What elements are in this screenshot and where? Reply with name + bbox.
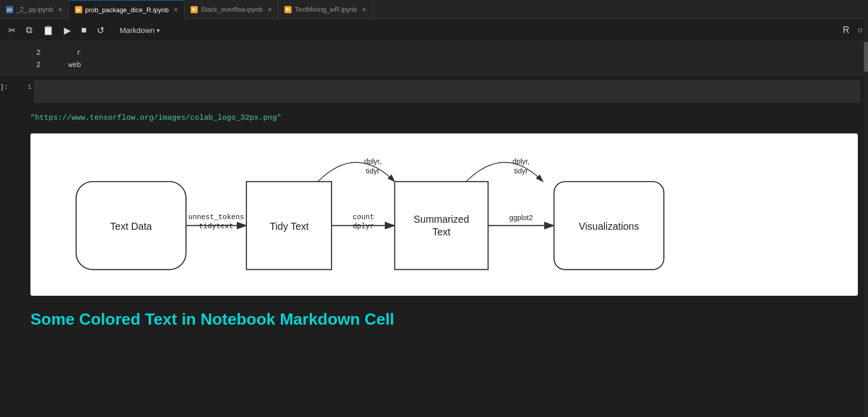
url-output: "https://www.tensorflow.org/images/colab… — [0, 107, 868, 129]
svg-text:count: count — [353, 213, 374, 221]
svg-text:unnest_tokens: unnest_tokens — [189, 213, 244, 221]
cell-input[interactable] — [34, 80, 860, 102]
tab-label: _2_.py.ipynb — [16, 6, 53, 13]
run-button[interactable]: ▶ — [61, 23, 74, 38]
scroll-thumb[interactable] — [864, 42, 868, 72]
tab-textmining[interactable]: ▶ TextMining_wR.ipynb × — [278, 0, 373, 19]
tab-bar: py _2_.py.ipynb × ▶ prob_package_dice_R.… — [0, 0, 868, 19]
scrollbar[interactable] — [864, 0, 868, 417]
table-row: 2 r — [30, 47, 91, 59]
notebook-icon-2: ▶ — [191, 6, 198, 13]
markdown-heading: Some Colored Text in Notebook Markdown C… — [0, 300, 868, 334]
diagram-container: Text Data unnest_tokens tidytext Tidy Te… — [30, 133, 858, 296]
cut-button[interactable]: ✂ — [5, 23, 19, 38]
r-indicator: R — [843, 25, 849, 36]
tab-stack-overflow[interactable]: ▶ Stack_overflow.ipynb × — [185, 0, 278, 19]
restart-button[interactable]: ↺ — [94, 23, 107, 38]
table-row: 2 web — [30, 59, 91, 71]
cell-col1-1: 2 — [30, 59, 51, 71]
tab-close-1[interactable]: × — [174, 6, 178, 14]
heading-text: Some Colored Text in Notebook Markdown C… — [30, 310, 858, 329]
chevron-down-icon: ▾ — [157, 27, 160, 34]
tab-label-2: Stack_overflow.ipynb — [201, 6, 263, 13]
svg-text:dplyr,: dplyr, — [364, 157, 381, 165]
svg-text:Tidy Text: Tidy Text — [270, 221, 309, 232]
url-link[interactable]: "https://www.tensorflow.org/images/colab… — [30, 114, 281, 122]
cell-row: ]: 1 — [0, 76, 868, 107]
cell-col2-1: web — [51, 59, 91, 71]
py-icon: py — [6, 6, 13, 13]
svg-text:dplyr: dplyr — [353, 222, 374, 230]
output-table: 2 r 2 web — [30, 47, 91, 71]
cell-col2-0: r — [51, 47, 91, 59]
notebook-content: 2 r 2 web ]: 1 "https://www.tensorflow.o… — [0, 42, 868, 334]
tab-close-2[interactable]: × — [268, 6, 272, 14]
notebook-icon-3: ▶ — [284, 6, 292, 13]
table-output-area: 2 r 2 web — [0, 42, 868, 76]
svg-text:dplyr,: dplyr, — [513, 157, 530, 165]
cell-number: 1 — [18, 76, 34, 107]
tab-label-3: TextMining_wR.ipynb — [295, 6, 357, 13]
svg-text:Visualizations: Visualizations — [579, 221, 639, 232]
paste-button[interactable]: 📋 — [40, 23, 57, 38]
svg-text:tidytext: tidytext — [199, 222, 234, 230]
tab-prob-package[interactable]: ▶ prob_package_dice_R.ipynb × — [69, 0, 185, 19]
svg-rect-12 — [395, 182, 488, 269]
mode-label: Markdown — [120, 26, 155, 34]
cell-col1-0: 2 — [30, 47, 51, 59]
stop-button[interactable]: ■ — [78, 23, 90, 38]
diagram-wrapper: Text Data unnest_tokens tidytext Tidy Te… — [0, 133, 868, 296]
copy-button[interactable]: ⧉ — [23, 23, 35, 38]
svg-text:Text: Text — [432, 226, 451, 237]
notebook-icon-1: ▶ — [75, 6, 82, 13]
tab-label-1: prob_package_dice_R.ipynb — [85, 6, 169, 14]
svg-text:tidyr: tidyr — [514, 167, 528, 175]
tab-close-3[interactable]: × — [362, 6, 366, 14]
cell-bracket: ]: — [0, 76, 18, 107]
svg-text:Text Data: Text Data — [110, 221, 152, 232]
svg-text:tidyr: tidyr — [366, 167, 380, 175]
svg-text:ggplot2: ggplot2 — [510, 214, 533, 222]
tab-py-ipynb[interactable]: py _2_.py.ipynb × — [0, 0, 69, 19]
circle-indicator: ○ — [857, 25, 863, 36]
toolbar: ✂ ⧉ 📋 ▶ ■ ↺ Markdown ▾ R ○ — [0, 19, 868, 42]
mode-dropdown[interactable]: Markdown ▾ — [116, 24, 164, 37]
diagram-svg: Text Data unnest_tokens tidytext Tidy Te… — [51, 149, 838, 281]
svg-text:Summarized: Summarized — [414, 214, 469, 225]
tab-close-0[interactable]: × — [58, 6, 62, 14]
toolbar-right: R ○ — [843, 25, 863, 36]
